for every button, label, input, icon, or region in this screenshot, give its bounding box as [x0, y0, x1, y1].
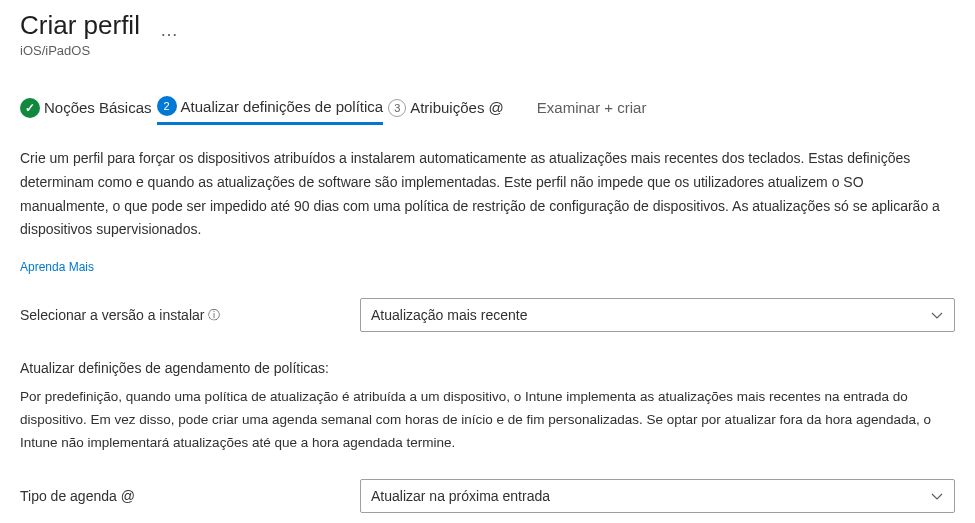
step-basics-label: Noções Básicas	[44, 99, 152, 116]
step-review-create-label: Examinar + criar	[537, 99, 647, 116]
check-circle-icon: ✓	[20, 98, 40, 118]
page-title: Criar perfil	[20, 10, 140, 41]
schedule-description: Por predefinição, quando uma política de…	[20, 386, 955, 455]
page-subtitle: iOS/iPadOS	[20, 43, 140, 58]
active-step-icon: 2	[157, 96, 177, 116]
chevron-down-icon	[930, 308, 944, 322]
learn-more-link[interactable]: Aprenda Mais	[20, 260, 955, 274]
schedule-heading: Atualizar definições de agendamento de p…	[20, 360, 955, 376]
profile-description: Crie um perfil para forçar os dispositiv…	[20, 147, 955, 242]
version-field-label: Selecionar a versão a instalar ⓘ	[20, 307, 360, 324]
schedule-type-label: Tipo de agenda @	[20, 488, 360, 504]
wizard-stepper: ✓ Noções Básicas 2 Atualizar definições …	[20, 96, 955, 125]
step-assignments[interactable]: 3 Atribuições @	[388, 99, 504, 123]
schedule-type-field-row: Tipo de agenda @ Atualizar na próxima en…	[20, 479, 955, 513]
chevron-down-icon	[930, 489, 944, 503]
step-number-icon: 3	[388, 99, 406, 117]
schedule-type-select-value: Atualizar na próxima entrada	[371, 488, 550, 504]
version-select-value: Atualização mais recente	[371, 307, 527, 323]
step-assignments-label: Atribuições @	[410, 99, 504, 116]
version-select[interactable]: Atualização mais recente	[360, 298, 955, 332]
step-review-create[interactable]: Examinar + criar	[537, 99, 647, 122]
step-update-policy[interactable]: 2 Atualizar definições de política	[157, 96, 384, 125]
step-basics[interactable]: ✓ Noções Básicas	[20, 98, 152, 124]
version-label-text: Selecionar a versão a instalar	[20, 307, 204, 323]
step-update-policy-label: Atualizar definições de política	[181, 98, 384, 115]
version-field-row: Selecionar a versão a instalar ⓘ Atualiz…	[20, 298, 955, 332]
schedule-type-label-text: Tipo de agenda @	[20, 488, 135, 504]
schedule-type-select[interactable]: Atualizar na próxima entrada	[360, 479, 955, 513]
info-icon[interactable]: ⓘ	[208, 307, 220, 324]
more-options-icon[interactable]: …	[160, 20, 179, 41]
